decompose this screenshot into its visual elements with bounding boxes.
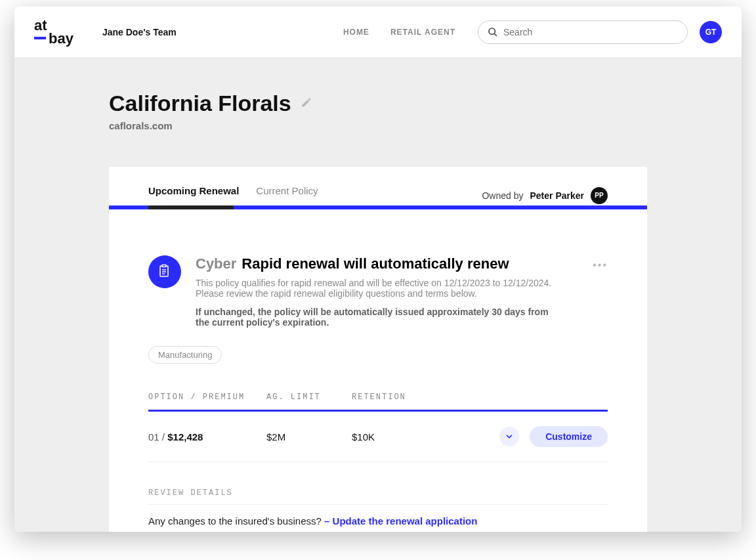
edit-icon[interactable] bbox=[301, 97, 312, 111]
logo: at bay bbox=[34, 19, 74, 45]
user-avatar[interactable]: GT bbox=[700, 21, 722, 43]
policy-document-icon bbox=[148, 255, 181, 288]
renewal-section: Cyber Rapid renewal will automatically r… bbox=[109, 209, 647, 532]
option-row: 01 / $12,428 $2M $10K Customize bbox=[148, 412, 608, 462]
col-header-option: OPTION / PREMIUM bbox=[148, 393, 266, 402]
review-separator: – bbox=[324, 515, 329, 527]
search-box[interactable] bbox=[478, 20, 688, 44]
more-options-icon[interactable]: ••• bbox=[593, 259, 608, 271]
page-body: California Florals caflorals.com Upcomin… bbox=[14, 58, 742, 532]
tab-current-policy[interactable]: Current Policy bbox=[256, 185, 318, 205]
col-header-limit: AG. LIMIT bbox=[266, 393, 352, 402]
tab-underline bbox=[109, 205, 647, 209]
premium-value: $12,428 bbox=[167, 431, 203, 442]
options-table-header: OPTION / PREMIUM AG. LIMIT RETENTION bbox=[148, 393, 608, 412]
retention-value: $10K bbox=[352, 431, 457, 442]
chevron-down-icon bbox=[505, 432, 514, 441]
owner-avatar[interactable]: PP bbox=[591, 187, 608, 204]
logo-line2-text: bay bbox=[49, 32, 74, 45]
app-frame: at bay Jane Doe's Team HOME RETAIL AGENT… bbox=[14, 7, 742, 532]
limit-value: $2M bbox=[266, 431, 352, 442]
nav-retail-agent[interactable]: RETAIL AGENT bbox=[390, 28, 455, 37]
svg-rect-3 bbox=[162, 265, 166, 267]
review-question: Any changes to the insured's business? bbox=[148, 515, 322, 527]
renewal-header: Cyber Rapid renewal will automatically r… bbox=[148, 255, 608, 328]
owner-name: Peter Parker bbox=[530, 190, 584, 201]
update-application-link[interactable]: Update the renewal application bbox=[333, 515, 478, 527]
renewal-title-prefix: Cyber bbox=[196, 255, 236, 272]
svg-point-0 bbox=[489, 28, 495, 34]
expand-row-button[interactable] bbox=[499, 427, 519, 446]
logo-dash-icon bbox=[34, 37, 46, 39]
svg-rect-2 bbox=[160, 266, 168, 276]
industry-chip: Manufacturing bbox=[148, 346, 222, 364]
col-header-retention: RETENTION bbox=[352, 393, 457, 402]
review-details-header: REVIEW DETAILS bbox=[148, 488, 608, 505]
topbar: at bay Jane Doe's Team HOME RETAIL AGENT… bbox=[14, 7, 742, 58]
owner-info: Owned by Peter Parker PP bbox=[482, 187, 608, 204]
review-question-line: Any changes to the insured's business? –… bbox=[148, 515, 608, 527]
tab-upcoming-renewal[interactable]: Upcoming Renewal bbox=[148, 185, 239, 205]
tabs-row: Upcoming Renewal Current Policy Owned by… bbox=[109, 167, 647, 205]
svg-line-1 bbox=[494, 33, 497, 36]
logo-line2: bay bbox=[34, 32, 74, 45]
page-title-row: California Florals bbox=[109, 91, 647, 116]
renewal-title-main: Rapid renewal will automatically renew bbox=[242, 255, 509, 272]
renewal-description: This policy qualifies for rapid renewal … bbox=[196, 278, 563, 299]
search-icon bbox=[488, 27, 498, 37]
option-number: 01 / bbox=[148, 431, 165, 442]
company-domain: caflorals.com bbox=[109, 120, 647, 131]
active-tab-indicator bbox=[148, 205, 234, 209]
team-name[interactable]: Jane Doe's Team bbox=[102, 27, 177, 37]
customize-button[interactable]: Customize bbox=[530, 426, 608, 447]
page-title: California Florals bbox=[109, 91, 291, 116]
renewal-title: Cyber Rapid renewal will automatically r… bbox=[196, 255, 563, 272]
renewal-note: If unchanged, the policy will be automat… bbox=[196, 307, 563, 328]
policy-card: Upcoming Renewal Current Policy Owned by… bbox=[109, 167, 647, 532]
search-input[interactable] bbox=[503, 27, 678, 37]
owned-by-label: Owned by bbox=[482, 190, 523, 201]
option-premium-cell: 01 / $12,428 bbox=[148, 431, 266, 442]
nav-home[interactable]: HOME bbox=[343, 28, 369, 37]
